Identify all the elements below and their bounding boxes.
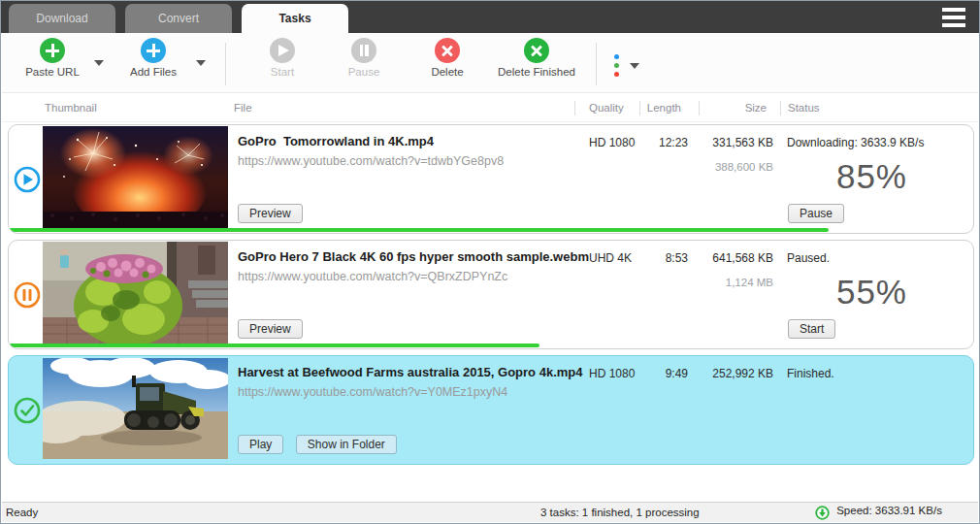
start-label: Start: [241, 66, 324, 78]
pause-circle-icon: [351, 38, 376, 63]
play-button[interactable]: Play: [238, 435, 283, 454]
progress-bar: [9, 228, 829, 232]
status-text: Downloading: 3633.9 KB/s: [787, 136, 924, 149]
main-menu-button[interactable]: [942, 8, 965, 27]
column-status[interactable]: Status: [788, 102, 820, 114]
thumbnail-fireworks: [43, 126, 228, 228]
x-circle-icon: [435, 38, 460, 63]
status-tasks-summary: 3 tasks: 1 finished, 1 processing: [540, 507, 700, 518]
plus-circle-icon: [40, 38, 65, 63]
status-bar: Ready 3 tasks: 1 finished, 1 processing …: [2, 502, 978, 522]
file-title: GoPro Tomorrowland in 4K.mp4: [238, 134, 434, 148]
add-files-label: Add Files: [112, 66, 195, 78]
add-files-dropdown-chevron-icon[interactable]: [196, 60, 206, 66]
size-downloaded: 252,992 KB: [678, 367, 773, 380]
x-circle-icon: [524, 38, 549, 63]
paste-url-dropdown-chevron-icon[interactable]: [94, 60, 104, 66]
plus-circle-icon: [141, 38, 166, 63]
paste-url-label: Paste URL: [11, 66, 94, 78]
thumbnail-tractor: [43, 358, 228, 459]
file-url: https://www.youtube.com/watch?v=tdwbYGe8…: [238, 154, 504, 168]
progress-bar: [9, 344, 539, 347]
size-total: 388,600 KB: [678, 161, 773, 173]
preview-button[interactable]: Preview: [238, 319, 303, 339]
tab-convert[interactable]: Convert: [125, 4, 232, 33]
tab-download[interactable]: Download: [9, 4, 115, 33]
status-text: Paused.: [787, 251, 830, 265]
status-speed: Speed: 3633.91 KB/s: [815, 505, 942, 520]
download-arrow-icon: [815, 506, 830, 520]
start-button[interactable]: Start: [241, 38, 324, 78]
add-files-button[interactable]: Add Files: [112, 38, 195, 78]
task-row-downloading[interactable]: GoPro Tomorrowland in 4K.mp4 https://www…: [8, 124, 974, 234]
title-bar: Download Convert Tasks: [1, 1, 979, 33]
check-circle-icon: [14, 397, 41, 424]
play-circle-icon[interactable]: [14, 166, 41, 193]
preview-button[interactable]: Preview: [238, 204, 303, 223]
percent-label: 55%: [836, 273, 907, 311]
toolbar: Paste URL Add Files Start Pause Delete D…: [2, 33, 978, 93]
tab-tasks[interactable]: Tasks: [242, 4, 348, 33]
toolbar-separator: [596, 43, 597, 85]
pause-circle-icon[interactable]: [14, 281, 41, 309]
more-options-chevron-icon[interactable]: [630, 63, 639, 69]
size-downloaded: 331,563 KB: [678, 136, 773, 149]
row-start-button[interactable]: Start: [788, 319, 835, 339]
toolbar-separator: [225, 43, 226, 85]
pause-label: Pause: [322, 66, 406, 78]
size-total: 1,124 MB: [678, 277, 773, 288]
thumbnail-flowers: [43, 242, 228, 344]
task-row-paused[interactable]: GoPro Hero 7 Black 4K 60 fps hyper smoot…: [8, 240, 974, 349]
speed-label: Speed: 3633.91 KB/s: [836, 505, 942, 516]
file-title: GoPro Hero 7 Black 4K 60 fps hyper smoot…: [238, 249, 589, 264]
app-window: Download Convert Tasks Paste URL Add Fil…: [0, 0, 980, 524]
paste-url-button[interactable]: Paste URL: [11, 38, 94, 78]
show-in-folder-button[interactable]: Show in Folder: [296, 435, 397, 454]
column-thumbnail[interactable]: Thumbnail: [45, 102, 97, 114]
file-title: Harvest at Beefwood Farms australia 2015…: [238, 365, 582, 379]
table-header: Thumbnail File Quality Length Size Statu…: [2, 94, 978, 122]
task-row-finished[interactable]: Harvest at Beefwood Farms australia 2015…: [8, 355, 974, 465]
delete-button[interactable]: Delete: [406, 38, 489, 78]
file-url: https://www.youtube.com/watch?v=QBrxZDPY…: [238, 270, 507, 283]
delete-finished-label: Delete Finished: [490, 66, 583, 78]
size-downloaded: 641,568 KB: [678, 251, 773, 265]
status-text: Finished.: [787, 367, 834, 380]
more-options-button[interactable]: [613, 53, 629, 79]
percent-label: 85%: [836, 157, 907, 196]
delete-finished-button[interactable]: Delete Finished: [490, 38, 583, 78]
delete-label: Delete: [406, 66, 489, 78]
play-circle-icon: [270, 38, 295, 63]
column-size[interactable]: Size: [671, 102, 767, 114]
file-url: https://www.youtube.com/watch?v=Y0MEz1px…: [238, 385, 507, 399]
row-pause-button[interactable]: Pause: [788, 204, 844, 223]
pause-button[interactable]: Pause: [322, 38, 406, 78]
column-file[interactable]: File: [234, 102, 252, 114]
status-ready: Ready: [6, 507, 38, 518]
